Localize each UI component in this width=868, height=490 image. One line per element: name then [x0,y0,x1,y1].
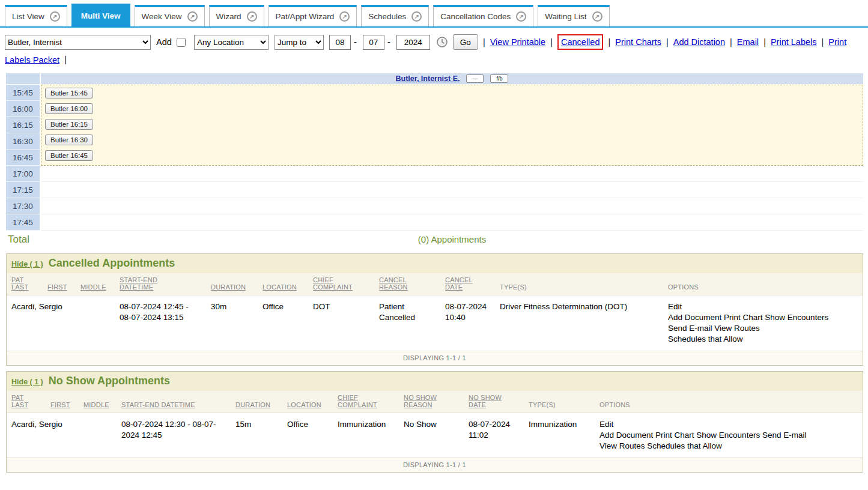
tab-wizard[interactable]: Wizard ↗ [209,5,264,26]
empty-slot-row [41,182,863,198]
link-view-printable[interactable]: View Printable [490,37,545,47]
grid-body: 15:45 16:00 16:15 16:30 16:45 17:00 17:1… [6,85,863,231]
slot-row: Butler 15:45 [41,86,863,101]
link-cancelled[interactable]: Cancelled [561,37,600,47]
time-label: 17:15 [6,182,40,198]
link-print-charts[interactable]: Print Charts [615,37,661,47]
option-links[interactable]: View Routes Schedules that Allow [599,441,858,452]
sort-noshow-reason[interactable]: NO SHOW REASON [404,394,441,408]
cancelled-highlight-box: Cancelled [557,34,604,50]
col-pat-last: PAT LAST [7,273,43,295]
tab-label: Pat/Appt Wizard [276,12,335,21]
section-header: Hide ( 1 ) Cancelled Appointments [7,254,863,273]
sort-cancel-reason[interactable]: CANCEL REASON [379,276,410,291]
slot-row: Butler 16:45 [41,148,863,164]
provider-link[interactable]: Butler, Internist E. [396,74,460,83]
slot-row: Butler 16:15 [41,117,863,133]
date-day-input[interactable] [363,35,384,50]
cancelled-header-row: PAT LAST FIRST MIDDLE START-END DATETIME… [7,273,863,295]
separator: | [822,37,824,47]
section-header: Hide ( 1 ) No Show Appointments [7,372,863,391]
cell-location: Office [282,413,333,458]
sort-noshow-date[interactable]: NO SHOW DATE [469,394,503,408]
time-label: 16:30 [6,133,40,150]
section-title: Cancelled Appointments [49,257,175,270]
date-month-input[interactable] [329,35,351,50]
sort-duration[interactable]: DURATION [235,401,270,408]
popout-icon[interactable]: ↗ [516,11,526,22]
sort-middle[interactable]: MIDDLE [80,283,106,291]
sort-pat-last[interactable]: PAT LAST [11,276,28,291]
empty-slot-row [41,166,863,182]
link-print-labels[interactable]: Print Labels [771,37,817,47]
jump-to-select[interactable]: Jump to [275,35,324,50]
sort-chief-complaint[interactable]: CHIEF COMPLAINT [313,276,350,291]
option-links[interactable]: Add Document Print Chart Show Encounters… [599,430,858,441]
popout-icon[interactable]: ↗ [339,11,350,22]
go-button[interactable]: Go [453,34,478,50]
separator: | [609,37,611,47]
location-select[interactable]: Any Location [194,35,269,50]
option-links[interactable]: Add Document Print Chart Show Encounters [668,312,858,323]
sort-location[interactable]: LOCATION [263,283,297,291]
clock-icon[interactable] [436,36,448,48]
open-slot-button[interactable]: Butler 16:00 [45,103,93,114]
sort-first[interactable]: FIRST [47,283,67,291]
add-label: Add [156,37,172,47]
popout-icon[interactable]: ↗ [592,11,602,22]
sort-cancel-date[interactable]: CANCEL DATE [445,276,476,291]
sort-duration[interactable]: DURATION [211,283,246,291]
sort-first[interactable]: FIRST [50,401,70,408]
option-edit-link[interactable]: Edit [668,301,858,312]
sort-chief-complaint[interactable]: CHIEF COMPLAINT [338,394,375,408]
option-edit-link[interactable]: Edit [599,419,858,430]
popout-icon[interactable]: ↗ [411,11,422,22]
open-slot-button[interactable]: Butler 16:45 [45,150,93,161]
tab-list-view[interactable]: List View ↗ [5,5,67,26]
add-checkbox[interactable] [177,38,186,47]
hide-noshow-link[interactable]: Hide ( 1 ) [11,378,43,386]
link-email[interactable]: Email [737,37,759,47]
date-year-input[interactable] [396,35,430,50]
provider-select[interactable]: Butler, Internist [5,35,151,50]
minimize-column-button[interactable]: — [466,74,484,83]
cell-patient: Acardi, Sergio [7,413,117,458]
total-label: Total [6,234,41,246]
popout-icon[interactable]: ↗ [187,11,198,22]
hide-cancelled-link[interactable]: Hide ( 1 ) [11,260,43,268]
cell-options: Edit Add Document Print Chart Show Encou… [595,413,863,458]
tab-multi-view[interactable]: Multi View [71,4,130,26]
tab-pat-appt-wizard[interactable]: Pat/Appt Wizard ↗ [269,5,357,26]
sort-middle[interactable]: MIDDLE [83,401,109,408]
tab-label: Cancellation Codes [440,12,511,21]
open-slot-button[interactable]: Butler 16:15 [45,119,93,130]
sort-start-end[interactable]: START-END DATETIME [121,401,195,408]
tab-cancellation-codes[interactable]: Cancellation Codes ↗ [433,5,533,26]
empty-slot-row [41,214,863,231]
tab-waiting-list[interactable]: Waiting List ↗ [538,5,609,26]
cell-cancel-date: 08-07-2024 10:40 [440,295,495,351]
grid-header-row: Butler, Internist E. — f/b [6,73,863,84]
col-start-end: START-END DATETIME [117,391,231,413]
popout-icon[interactable]: ↗ [247,11,257,22]
option-schedules-link[interactable]: Schedules that Allow [668,334,858,345]
sort-pat-last[interactable]: PAT LAST [11,394,28,408]
option-links[interactable]: Send E-mail View Routes [668,323,858,334]
sort-start-end[interactable]: START-END DATETIME [120,276,166,291]
fb-toggle-button[interactable]: f/b [490,74,508,83]
cell-start-end: 08-07-2024 12:30 - 08-07-2024 12:45 [117,413,231,458]
open-slot-button[interactable]: Butler 16:30 [45,135,93,145]
tab-schedules[interactable]: Schedules ↗ [361,5,429,26]
open-schedule-block: Butler 15:45 Butler 16:00 Butler 16:15 B… [41,85,863,166]
popout-icon[interactable]: ↗ [50,11,60,22]
schedule-grid: Butler, Internist E. — f/b 15:45 16:00 1… [6,73,863,248]
noshow-appointment-row: Acardi, Sergio 08-07-2024 12:30 - 08-07-… [7,413,863,458]
open-slot-button[interactable]: Butler 15:45 [45,88,93,98]
time-label: 17:30 [6,198,40,214]
separator: | [730,37,732,47]
sort-location[interactable]: LOCATION [287,401,321,408]
cell-chief-complaint: DOT [308,295,374,351]
link-add-dictation[interactable]: Add Dictation [673,37,725,47]
tab-week-view[interactable]: Week View ↗ [135,5,205,26]
tab-label: Schedules [368,12,406,21]
